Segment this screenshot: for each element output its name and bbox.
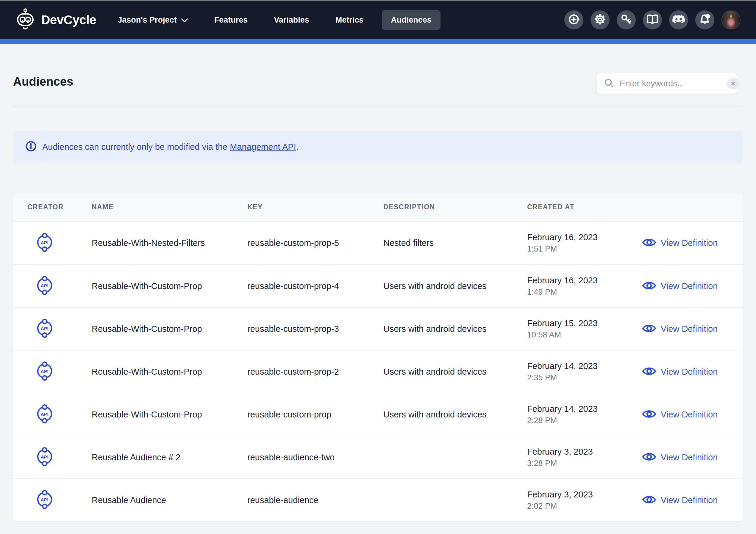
column-header-creator: CREATOR — [13, 203, 92, 211]
search-box — [596, 73, 737, 94]
api-creator-icon: API — [36, 404, 53, 425]
nav-tab-variables[interactable]: Variables — [274, 15, 309, 25]
table-row: API Reusable-With-Custom-Prop reusable-c… — [13, 264, 743, 307]
created-date: February 15, 2023 — [527, 318, 642, 328]
docs-button[interactable] — [643, 11, 662, 29]
top-nav-bar: DevCycle Jason's Project Features Variab… — [0, 1, 756, 38]
created-date: February 16, 2023 — [527, 276, 642, 286]
svg-text:API: API — [41, 412, 49, 417]
audience-name: Reusable-With-Custom-Prop — [92, 367, 247, 377]
table-row: API Reusable-With-Custom-Prop reusable-c… — [13, 350, 743, 393]
audience-key: reusable-custom-prop-5 — [247, 238, 383, 248]
table-header-row: CREATOR NAME KEY DESCRIPTION CREATED AT — [13, 193, 743, 221]
table-row: API Reusable Audience reusable-audience … — [13, 478, 743, 521]
view-definition-label: View Definition — [661, 452, 717, 462]
info-banner: Audiences can currently only be modified… — [13, 131, 743, 163]
audience-description: Users with android devices — [383, 281, 527, 291]
chevron-down-icon — [181, 15, 188, 25]
discord-button[interactable] — [669, 11, 688, 29]
audience-description: Users with android devices — [383, 410, 527, 420]
user-avatar[interactable] — [721, 11, 741, 29]
nav-tab-features[interactable]: Features — [214, 15, 248, 25]
project-selector-dropdown[interactable]: Jason's Project — [118, 15, 188, 25]
audiences-table: CREATOR NAME KEY DESCRIPTION CREATED AT … — [13, 193, 743, 521]
table-row: API Reusable-With-Nested-Filters reusabl… — [13, 221, 743, 264]
audience-key: reusable-custom-prop-3 — [247, 324, 383, 334]
view-definition-link[interactable]: View Definition — [642, 495, 743, 506]
gear-icon — [594, 13, 606, 27]
key-icon — [620, 13, 632, 26]
api-keys-button[interactable] — [617, 11, 636, 29]
settings-button[interactable] — [590, 11, 609, 29]
open-book-icon — [646, 14, 659, 26]
audience-name: Reusable-With-Custom-Prop — [92, 281, 247, 291]
search-icon — [604, 78, 614, 89]
api-creator-icon: API — [36, 276, 53, 296]
creator-cell: API — [13, 447, 92, 468]
view-definition-link[interactable]: View Definition — [642, 452, 743, 463]
column-header-description: DESCRIPTION — [383, 203, 527, 211]
banner-message: Audiences can currently only be modified… — [42, 142, 299, 152]
eye-icon — [642, 323, 656, 335]
created-at-cell: February 3, 2023 2:02 PM — [527, 490, 642, 511]
add-circle-button[interactable] — [564, 11, 583, 29]
creator-cell: API — [13, 404, 92, 425]
view-definition-link[interactable]: View Definition — [642, 366, 743, 378]
notifications-button[interactable] — [695, 11, 714, 29]
eye-icon — [642, 452, 656, 463]
discord-icon — [672, 14, 685, 26]
plus-circle-icon — [568, 13, 580, 26]
audience-name: Reusable-With-Custom-Prop — [92, 324, 247, 334]
created-time: 2:35 PM — [527, 373, 642, 382]
creator-cell: API — [13, 276, 92, 296]
accent-bar — [0, 38, 756, 44]
created-at-cell: February 16, 2023 1:49 PM — [527, 276, 642, 297]
audience-key: reusable-custom-prop — [247, 410, 383, 420]
created-at-cell: February 14, 2023 2:35 PM — [527, 361, 642, 382]
audience-name: Reusable-With-Custom-Prop — [92, 410, 247, 420]
created-date: February 16, 2023 — [527, 233, 642, 242]
search-input[interactable] — [620, 79, 727, 88]
creator-cell: API — [13, 318, 92, 339]
eye-icon — [642, 495, 656, 506]
info-icon — [25, 140, 37, 153]
created-time: 2:02 PM — [527, 501, 642, 511]
created-at-cell: February 3, 2023 3:28 PM — [527, 447, 642, 468]
devcycle-logo[interactable]: DevCycle — [15, 8, 96, 32]
view-definition-link[interactable]: View Definition — [642, 237, 743, 249]
view-definition-link[interactable]: View Definition — [642, 280, 743, 292]
nav-tab-audiences[interactable]: Audiences — [382, 10, 441, 30]
created-time: 1:51 PM — [527, 244, 642, 254]
table-row: API Reusable-With-Custom-Prop reusable-c… — [13, 393, 743, 436]
created-time: 10:58 AM — [527, 330, 642, 340]
audience-description: Nested filters — [383, 238, 527, 248]
audience-key: reusable-audience — [247, 496, 383, 505]
audience-description: Users with android devices — [383, 324, 527, 334]
created-time: 3:28 PM — [527, 459, 642, 468]
management-api-link[interactable]: Management API — [230, 142, 296, 152]
nav-tab-metrics[interactable]: Metrics — [336, 15, 364, 25]
project-selector-label: Jason's Project — [118, 15, 177, 25]
creator-cell: API — [13, 361, 92, 382]
audience-name: Reusable Audience — [92, 496, 247, 505]
svg-text:API: API — [41, 454, 49, 459]
audience-key: reusable-custom-prop-2 — [247, 367, 383, 377]
svg-text:API: API — [41, 240, 49, 245]
table-row: API Reusable-With-Custom-Prop reusable-c… — [13, 307, 743, 350]
eye-icon — [642, 366, 656, 378]
api-creator-icon: API — [36, 233, 53, 253]
api-creator-icon: API — [36, 490, 53, 511]
created-at-cell: February 16, 2023 1:51 PM — [527, 233, 642, 254]
audience-name: Reusable-With-Nested-Filters — [92, 238, 247, 248]
created-time: 1:49 PM — [527, 288, 642, 297]
table-row: API Reusable Audience # 2 reusable-audie… — [13, 436, 743, 478]
created-at-cell: February 15, 2023 10:58 AM — [527, 318, 642, 340]
nav-actions — [564, 11, 741, 29]
view-definition-link[interactable]: View Definition — [642, 323, 743, 335]
eye-icon — [642, 409, 656, 420]
api-creator-icon: API — [36, 361, 53, 382]
notification-dot — [705, 14, 710, 19]
search-clear-button[interactable] — [727, 78, 739, 89]
view-definition-link[interactable]: View Definition — [642, 409, 743, 420]
creator-cell: API — [13, 233, 92, 253]
